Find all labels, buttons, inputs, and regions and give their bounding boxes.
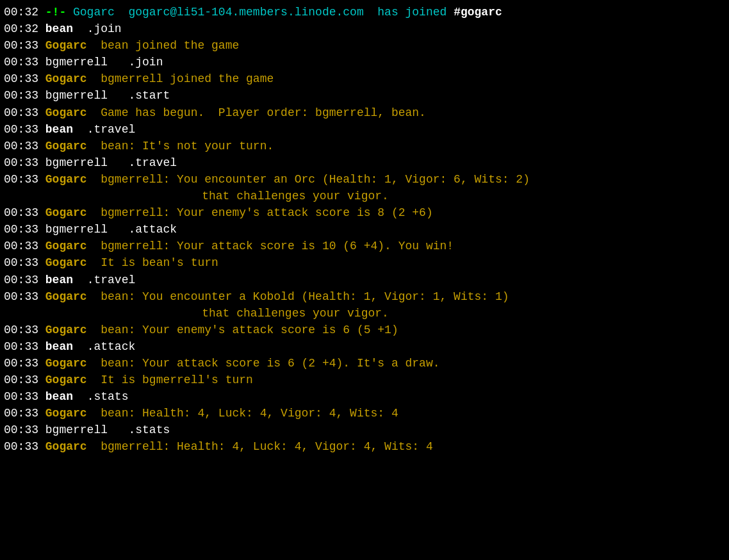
- log-line-15: 00:33 bean .travel: [0, 272, 729, 288]
- part-18-1: .attack: [73, 338, 135, 355]
- log-line-12: 00:33 bgmerrell .attack: [0, 221, 729, 238]
- log-line-4: 00:33 Gogarc bgmerrell joined the game: [0, 70, 729, 87]
- part-0-1: Gogarc gogarc@li51-104.members.linode.co…: [66, 4, 454, 21]
- timestamp-24: 00:33: [4, 438, 45, 455]
- part-13-0: Gogarc: [45, 238, 87, 254]
- log-line-1: 00:32 bean .join: [0, 21, 729, 37]
- part-23-0: bgmerrell: [45, 422, 108, 438]
- log-line-14: 00:33 Gogarc It is bean's turn: [0, 254, 729, 271]
- part-22-1: bean: Health: 4, Luck: 4, Vigor: 4, Wits…: [87, 405, 398, 422]
- part-1-0: bean: [45, 21, 73, 37]
- part-0-2: #gogarc: [454, 4, 502, 21]
- part-3-0: bgmerrell: [45, 54, 108, 70]
- part-8-0: Gogarc: [45, 138, 87, 154]
- part-5-1: .start: [108, 87, 170, 104]
- log-line-5: 00:33 bgmerrell .start: [0, 87, 729, 104]
- timestamp-23: 00:33: [4, 422, 45, 438]
- timestamp-11: 00:33: [4, 204, 45, 221]
- timestamp-5: 00:33: [4, 87, 45, 104]
- part-20-1: It is bgmerrell's turn: [87, 372, 253, 388]
- part-21-1: .stats: [73, 388, 128, 405]
- timestamp-8: 00:33: [4, 138, 45, 154]
- part-18-0: bean: [45, 338, 73, 355]
- log-line-6: 00:33 Gogarc Game has begun. Player orde…: [0, 104, 729, 121]
- log-line-19: 00:33 Gogarc bean: Your attack score is …: [0, 355, 729, 372]
- part-9-1: .travel: [108, 154, 177, 171]
- part-14-0: Gogarc: [45, 254, 87, 271]
- part-10-0: Gogarc: [45, 171, 87, 188]
- part-16-1: bean: You encounter a Kobold (Health: 1,…: [87, 288, 509, 305]
- timestamp-3: 00:33: [4, 54, 45, 70]
- log-line-9: 00:33 bgmerrell .travel: [0, 154, 729, 171]
- chat-log: 00:32 -!- Gogarc gogarc@li51-104.members…: [0, 4, 729, 456]
- part-24-1: bgmerrell: Health: 4, Luck: 4, Vigor: 4,…: [87, 438, 433, 455]
- log-line-17: 00:33 Gogarc bean: Your enemy's attack s…: [0, 322, 729, 338]
- timestamp-21: 00:33: [4, 388, 45, 405]
- timestamp-9: 00:33: [4, 154, 45, 171]
- log-line-7: 00:33 bean .travel: [0, 121, 729, 138]
- log-line-0: 00:32 -!- Gogarc gogarc@li51-104.members…: [0, 4, 729, 21]
- timestamp-20: 00:33: [4, 372, 45, 388]
- part-7-1: .travel: [73, 121, 135, 138]
- part-10-1: bgmerrell: You encounter an Orc (Health:…: [87, 171, 530, 188]
- part-6-1: Game has begun. Player order: bgmerrell,…: [87, 104, 426, 121]
- timestamp-14: 00:33: [4, 254, 45, 271]
- timestamp-16: 00:33: [4, 288, 45, 305]
- log-line-23: 00:33 bgmerrell .stats: [0, 422, 729, 438]
- continuation-text-16: that challenges your vigor.: [140, 305, 389, 322]
- part-5-0: bgmerrell: [45, 87, 108, 104]
- part-2-0: Gogarc: [45, 37, 87, 54]
- log-line-16: 00:33 Gogarc bean: You encounter a Kobol…: [0, 288, 729, 305]
- part-0-0: -!-: [45, 4, 66, 21]
- timestamp-22: 00:33: [4, 405, 45, 422]
- timestamp-17: 00:33: [4, 322, 45, 338]
- part-12-1: .attack: [108, 221, 177, 238]
- timestamp-7: 00:33: [4, 121, 45, 138]
- timestamp-2: 00:33: [4, 37, 45, 54]
- part-20-0: Gogarc: [45, 372, 87, 388]
- part-4-0: Gogarc: [45, 70, 87, 87]
- timestamp-0: 00:32: [4, 4, 45, 21]
- part-13-1: bgmerrell: Your attack score is 10 (6 +4…: [87, 238, 454, 254]
- log-line-10: 00:33 Gogarc bgmerrell: You encounter an…: [0, 171, 729, 188]
- continuation-16: that challenges your vigor.: [0, 305, 729, 322]
- timestamp-12: 00:33: [4, 221, 45, 238]
- part-16-0: Gogarc: [45, 288, 87, 305]
- part-19-0: Gogarc: [45, 355, 87, 372]
- log-line-2: 00:33 Gogarc bean joined the game: [0, 37, 729, 54]
- part-11-1: bgmerrell: Your enemy's attack score is …: [87, 204, 433, 221]
- part-22-0: Gogarc: [45, 405, 87, 422]
- part-19-1: bean: Your attack score is 6 (2 +4). It'…: [87, 355, 440, 372]
- log-line-24: 00:33 Gogarc bgmerrell: Health: 4, Luck:…: [0, 438, 729, 455]
- timestamp-6: 00:33: [4, 104, 45, 121]
- part-15-1: .travel: [73, 272, 135, 288]
- timestamp-10: 00:33: [4, 171, 45, 188]
- part-15-0: bean: [45, 272, 73, 288]
- log-line-18: 00:33 bean .attack: [0, 338, 729, 355]
- timestamp-18: 00:33: [4, 338, 45, 355]
- part-24-0: Gogarc: [45, 438, 87, 455]
- part-1-1: .join: [73, 21, 122, 37]
- continuation-10: that challenges your vigor.: [0, 188, 729, 204]
- part-14-1: It is bean's turn: [87, 254, 218, 271]
- part-11-0: Gogarc: [45, 204, 87, 221]
- part-23-1: .stats: [108, 422, 170, 438]
- log-line-13: 00:33 Gogarc bgmerrell: Your attack scor…: [0, 238, 729, 254]
- part-21-0: bean: [45, 388, 73, 405]
- part-8-1: bean: It's not your turn.: [87, 138, 274, 154]
- log-line-21: 00:33 bean .stats: [0, 388, 729, 405]
- log-line-3: 00:33 bgmerrell .join: [0, 54, 729, 70]
- log-line-11: 00:33 Gogarc bgmerrell: Your enemy's att…: [0, 204, 729, 221]
- part-2-1: bean joined the game: [87, 37, 240, 54]
- log-line-22: 00:33 Gogarc bean: Health: 4, Luck: 4, V…: [0, 405, 729, 422]
- part-9-0: bgmerrell: [45, 154, 108, 171]
- log-line-8: 00:33 Gogarc bean: It's not your turn.: [0, 138, 729, 154]
- part-3-1: .join: [108, 54, 163, 70]
- part-17-1: bean: Your enemy's attack score is 6 (5 …: [87, 322, 398, 338]
- part-7-0: bean: [45, 121, 73, 138]
- log-line-20: 00:33 Gogarc It is bgmerrell's turn: [0, 372, 729, 388]
- part-17-0: Gogarc: [45, 322, 87, 338]
- timestamp-1: 00:32: [4, 21, 45, 37]
- timestamp-19: 00:33: [4, 355, 45, 372]
- part-4-1: bgmerrell joined the game: [87, 70, 274, 87]
